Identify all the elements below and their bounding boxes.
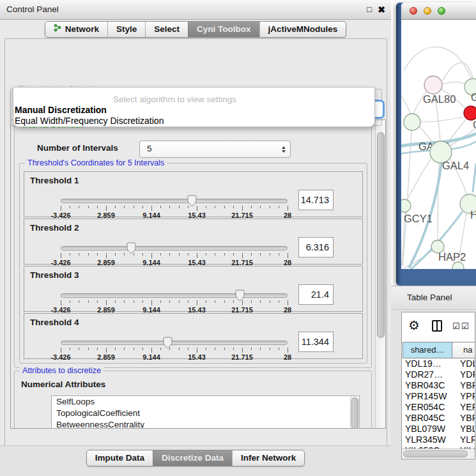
- window-title: Control Panel: [6, 4, 59, 14]
- threshold-value-box[interactable]: 21.4: [298, 284, 334, 305]
- network-node-label: H: [470, 209, 476, 220]
- screen: Control Panel □ ✖ Network Style Select C…: [0, 0, 476, 476]
- threshold-slider[interactable]: -3.4262.8599.14415.4321.71528: [61, 245, 288, 264]
- column-header-shared-name[interactable]: shared…: [403, 342, 452, 358]
- top-tab-bar: Network Style Select Cyni Toolbox jActiv…: [0, 21, 391, 38]
- attribute-item[interactable]: SelfLoops: [52, 396, 359, 408]
- threshold-value-box[interactable]: 6.316: [298, 237, 334, 257]
- threshold-value-box[interactable]: 11.344: [298, 332, 334, 352]
- threshold-value-box[interactable]: 14.713: [298, 190, 334, 210]
- network-node-label: GAL4: [442, 160, 469, 171]
- scale-label: 15.43: [188, 353, 206, 361]
- slider-track[interactable]: [61, 293, 288, 298]
- network-view-window: GAL80GCGAL11GAL4GCY1HHAP2: [396, 3, 476, 286]
- tab-select[interactable]: Select: [145, 22, 188, 37]
- table-row[interactable]: YDL19… YDL1: [403, 358, 475, 369]
- settings-vertical-scrollbar[interactable]: [375, 120, 385, 428]
- network-node-label: GAL80: [423, 93, 456, 105]
- tab-infer-network[interactable]: Infer Network: [232, 450, 304, 466]
- scale-label: 21.715: [231, 353, 253, 361]
- slider-track[interactable]: [61, 341, 288, 345]
- tab-impute-data[interactable]: Impute Data: [87, 450, 153, 466]
- column-header-name[interactable]: na: [452, 342, 475, 358]
- slider-track[interactable]: [61, 199, 288, 203]
- checkbox-icon[interactable]: ☑: [461, 321, 469, 331]
- table-row[interactable]: YER054C YER0: [403, 402, 475, 413]
- numerical-attributes-list[interactable]: SelfLoopsTopologicalCoefficientBetweenne…: [51, 395, 360, 429]
- attr-list-scrollbar[interactable]: [350, 396, 359, 429]
- threshold-panel: Threshold 4 -3.4262.8599.14415.4321.7152…: [24, 313, 363, 359]
- close-traffic-light-icon[interactable]: [410, 7, 417, 15]
- threshold-panel: Threshold 1 -3.4262.8599.14415.4321.7152…: [24, 171, 363, 217]
- network-window-titlebar: [401, 3, 476, 20]
- algorithm-option-equal-width[interactable]: Equal Width/Frequency Discretization: [15, 116, 164, 126]
- tab-impute-data-label: Impute Data: [95, 450, 144, 466]
- network-node[interactable]: [401, 199, 411, 212]
- tab-jactivemnodules[interactable]: jActiveMNodules: [259, 22, 346, 37]
- attributes-group-title: Attributes to discretize: [20, 366, 104, 375]
- zoom-traffic-light-icon[interactable]: [438, 7, 445, 15]
- tab-cyni-toolbox-label: Cyni Toolbox: [197, 22, 251, 37]
- tab-infer-network-label: Infer Network: [241, 450, 296, 466]
- attribute-items: SelfLoopsTopologicalCoefficientBetweenne…: [52, 396, 359, 429]
- tab-network[interactable]: Network: [45, 22, 107, 37]
- network-node-label: G: [471, 91, 476, 103]
- table-panel-titlebar: Table Panel: [391, 286, 476, 310]
- tab-network-label: Network: [65, 22, 99, 37]
- minimize-traffic-light-icon[interactable]: [424, 7, 431, 15]
- slider-ticks: [61, 253, 288, 259]
- table-row[interactable]: YDR27… YDR2: [403, 369, 475, 380]
- gear-icon[interactable]: ⚙: [408, 318, 420, 333]
- threshold-panel: Threshold 2 -3.4262.8599.14415.4321.7152…: [24, 219, 363, 265]
- num-intervals-combobox[interactable]: 5: [139, 141, 291, 158]
- tab-select-label: Select: [154, 22, 180, 37]
- slider-ticks: [61, 348, 288, 353]
- tab-cyni-toolbox[interactable]: Cyni Toolbox: [188, 22, 259, 37]
- threshold-slider[interactable]: -3.4262.8599.14415.4321.71528: [61, 197, 288, 217]
- table-row[interactable]: YBR045C YBR0: [403, 413, 475, 424]
- float-window-icon[interactable]: □: [367, 4, 372, 15]
- network-node[interactable]: [424, 76, 442, 94]
- table-horizontal-scrollbar[interactable]: [402, 449, 475, 458]
- threshold-label: Threshold 4: [30, 318, 79, 327]
- table-row[interactable]: YLR345W YLR3: [403, 434, 475, 445]
- network-node[interactable]: [404, 114, 420, 130]
- top-tab-group: Network Style Select Cyni Toolbox jActiv…: [45, 21, 347, 38]
- tab-style[interactable]: Style: [107, 22, 145, 37]
- table-row[interactable]: YBL079W YBL0: [403, 424, 475, 434]
- table-row[interactable]: YPR145W YPR1: [403, 391, 475, 402]
- table-row[interactable]: YBR043C YBR0: [403, 380, 475, 391]
- scale-label: 9.144: [142, 353, 160, 361]
- tab-jactivemnodules-label: jActiveMNodules: [268, 22, 338, 37]
- checkbox-icon[interactable]: ☑: [452, 321, 460, 331]
- num-intervals-value: 5: [147, 144, 152, 153]
- combo-stepper-icon: [282, 146, 286, 153]
- slider-track[interactable]: [61, 246, 288, 250]
- tab-discretize-data[interactable]: Discretize Data: [153, 450, 232, 466]
- numerical-attributes-heading: Numerical Attributes: [21, 380, 105, 389]
- close-icon[interactable]: ✖: [378, 4, 385, 15]
- network-canvas[interactable]: GAL80GCGAL11GAL4GCY1HHAP2: [401, 20, 476, 269]
- table-hscroll-thumb[interactable]: [403, 450, 468, 457]
- network-node-label: HAP2: [438, 251, 466, 263]
- table-header-row: shared… na: [403, 342, 475, 358]
- scale-label: 28: [284, 353, 291, 361]
- table-toolbar: ⚙ ☑ ☑: [402, 312, 475, 342]
- split-columns-icon[interactable]: [432, 320, 442, 332]
- settings-scrollpane: Interval Definition Number of Intervals …: [10, 119, 386, 429]
- network-node[interactable]: [464, 106, 476, 120]
- tab-discretize-data-label: Discretize Data: [162, 450, 224, 466]
- attribute-item[interactable]: TopologicalCoefficient: [52, 408, 359, 419]
- table-panel-title: Table Panel: [407, 293, 452, 302]
- attribute-item[interactable]: BetweennessCentrality: [52, 419, 359, 429]
- algorithm-dropdown-popup: Select algorithm to view settings Manual…: [13, 87, 375, 127]
- threshold-label: Threshold 3: [30, 270, 79, 280]
- bottom-tab-bar: Impute Data Discretize Data Infer Networ…: [0, 450, 391, 466]
- algorithm-option-manual[interactable]: Manual Discretization: [15, 105, 107, 115]
- threshold-slider[interactable]: -3.4262.8599.14415.4321.71528: [61, 339, 288, 358]
- thresholds-group: Threshold's Coordinates for 5 Intervals …: [19, 163, 367, 364]
- slider-scale: -3.4262.8599.14415.4321.71528: [61, 353, 288, 361]
- threshold-slider[interactable]: -3.4262.8599.14415.4321.71528: [61, 292, 288, 311]
- network-node-label: C: [473, 119, 476, 130]
- settings-scrollbar-thumb[interactable]: [377, 132, 385, 338]
